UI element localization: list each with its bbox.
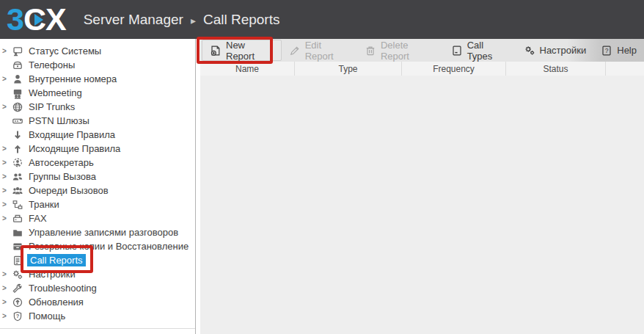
sidebar-item-bridges[interactable]: > Транки [0,197,195,211]
arrow-up-icon [11,143,24,155]
sidebar-item-help[interactable]: > ? Помощь [0,309,195,323]
sidebar-item-fax[interactable]: > FAX [0,211,195,225]
two-people-icon [11,171,24,183]
sidebar-item-call-reports[interactable]: Call Reports [0,253,195,267]
sidebar-item-extensions[interactable]: > Внутренние номера [0,72,195,86]
help-label: Help [617,45,637,56]
logo-play-triangle-icon [34,14,43,26]
webmeeting-icon [11,87,24,99]
new-report-button[interactable]: New Report [202,40,282,61]
expander-chevron-icon[interactable]: > [0,145,11,153]
sidebar-item-troubleshooting[interactable]: > Troubleshooting [0,281,195,295]
sidebar-item-settings[interactable]: > Настройки [0,267,195,281]
column-header-status[interactable]: Status [506,62,606,76]
sidebar-item-sip-trunks[interactable]: > SIP Trunks [0,100,195,114]
breadcrumb: Server Manager ▸ Call Reports [84,12,280,28]
column-header-type[interactable]: Type [295,62,402,76]
breadcrumb-app-title: Server Manager [84,12,183,28]
arrow-down-icon [11,129,24,141]
edit-pencil-icon [289,45,301,57]
help-doc-icon: ? [601,45,612,57]
sidebar-item-call-reports-label[interactable]: Call Reports [27,254,86,266]
network-bridge-icon [11,199,24,211]
expander-chevron-icon[interactable]: > [0,214,11,222]
edit-report-label: Edit Report [305,40,350,62]
3cx-logo: 3 C X [7,4,66,35]
reports-table-empty-body [200,76,644,334]
people-queue-icon [11,185,24,197]
expander-chevron-icon[interactable]: > [0,75,11,83]
call-types-button[interactable]: Call Types [444,40,516,60]
sidebar-item-pstn-gateways[interactable]: PSTN Шлюзы [0,114,195,128]
new-report-label: New Report [226,40,274,62]
expander-chevron-icon[interactable]: > [0,284,11,292]
person-icon [11,73,24,85]
expander-chevron-icon[interactable]: > [0,312,11,320]
column-header-spacer [606,62,644,76]
reports-table-header: Name Type Frequency Status [200,62,644,76]
expander-chevron-icon[interactable]: > [0,173,11,181]
call-types-label: Call Types [467,40,509,62]
sidebar-item-backup-restore[interactable]: Резервные копии и Восстановление [0,239,195,253]
folder-icon [11,227,24,239]
top-header-bar: 3 C X Server Manager ▸ Call Reports [0,0,644,39]
expander-chevron-icon[interactable]: > [0,298,11,306]
report-icon [11,255,24,266]
svg-text:?: ? [16,313,20,319]
gears-icon [11,269,24,280]
help-shield-icon: ? [11,311,24,322]
expander-chevron-icon[interactable]: > [0,103,11,111]
expander-chevron-icon[interactable]: > [0,159,11,167]
new-report-icon [210,45,222,57]
wrench-icon [11,283,24,294]
sidebar-item-inbound-rules[interactable]: Входящие Правила [0,128,195,142]
expander-chevron-icon[interactable]: > [0,200,11,208]
sidebar-item-call-queues[interactable]: > Очереди Вызовов [0,184,195,197]
edit-report-button[interactable]: Edit Report [282,40,357,60]
expander-chevron-icon[interactable]: > [0,270,11,278]
sidebar-item-updates[interactable]: > Обновления [0,295,195,309]
sidebar-item-system-status[interactable]: > Статус Системы [0,44,195,58]
toolbar-settings-button[interactable]: Настройки [516,40,594,60]
breadcrumb-page-title: Call Reports [203,12,280,28]
sidebar-item-outbound-rules[interactable]: > Исходящие Правила [0,142,195,156]
sidebar-item-recordings[interactable]: Управление записями разговоров [0,225,195,239]
sidebar-nav: > Статус Системы Телефоны > Внутренние н… [0,39,196,334]
delete-report-label: Delete Report [381,40,436,62]
toolbar-settings-label: Настройки [540,45,587,56]
breadcrumb-arrow-icon: ▸ [191,13,196,26]
column-header-name[interactable]: Name [200,62,295,76]
phone-icon [11,59,24,71]
trash-icon [365,45,376,57]
svg-text:?: ? [605,47,609,54]
system-status-icon [11,46,24,57]
logo-digit: 3 [7,4,23,35]
sidebar-item-webmeeting[interactable]: Webmeeting [0,86,195,100]
globe-icon [11,101,24,113]
3cx-server-manager-window: 3 C X Server Manager ▸ Call Reports > Ст… [0,0,644,334]
update-arrow-icon [11,297,24,308]
fax-icon [11,213,24,225]
call-types-icon [451,45,463,57]
auto-attendant-icon [11,157,24,169]
logo-letter-c: C [23,4,45,35]
expander-chevron-icon[interactable]: > [0,186,11,195]
help-button[interactable]: ? Help [593,40,644,60]
sidebar-item-auto-attendant[interactable]: > Автосекретарь [0,156,195,170]
main-content: New Report Edit Report Delete Report Cal… [200,39,644,334]
sidebar-item-phones[interactable]: Телефоны [0,58,195,72]
delete-report-button[interactable]: Delete Report [357,40,444,60]
gateway-icon [11,115,24,127]
logo-letter-x: X [45,4,66,35]
gears-icon [524,45,535,57]
column-header-frequency[interactable]: Frequency [402,62,506,76]
sidebar-item-ring-groups[interactable]: > Группы Вызова [0,170,195,184]
expander-chevron-icon[interactable]: > [0,47,11,55]
backup-icon [11,241,24,253]
toolbar: New Report Edit Report Delete Report Cal… [200,39,644,62]
